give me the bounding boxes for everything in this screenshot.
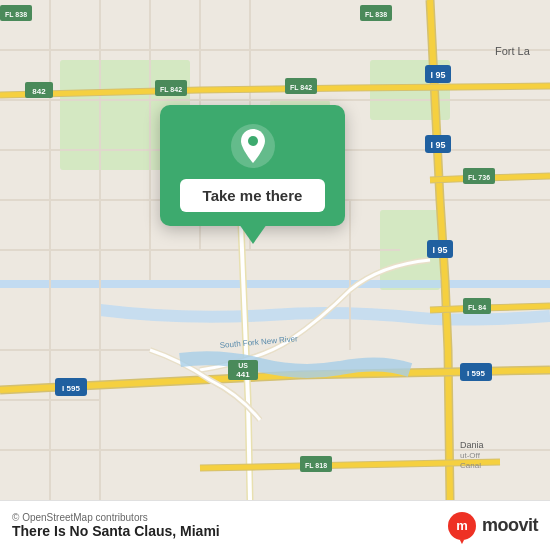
moovit-icon: m xyxy=(448,512,476,540)
svg-text:Canal: Canal xyxy=(460,461,481,470)
location-pin-icon xyxy=(230,123,276,169)
bottom-left: © OpenStreetMap contributors There Is No… xyxy=(12,512,220,539)
svg-text:I 595: I 595 xyxy=(467,369,485,378)
moovit-text: moovit xyxy=(482,515,538,536)
svg-text:FL 736: FL 736 xyxy=(468,174,490,181)
svg-text:I 95: I 95 xyxy=(430,70,445,80)
svg-text:I 595: I 595 xyxy=(62,384,80,393)
svg-point-56 xyxy=(248,136,258,146)
take-me-there-button[interactable]: Take me there xyxy=(180,179,325,212)
svg-text:I 95: I 95 xyxy=(430,140,445,150)
svg-text:FL 842: FL 842 xyxy=(160,86,182,93)
svg-text:FL 818: FL 818 xyxy=(305,462,327,469)
svg-text:FL 84: FL 84 xyxy=(468,304,486,311)
osm-copyright: © OpenStreetMap contributors xyxy=(12,512,220,523)
popup-card: Take me there xyxy=(160,105,345,226)
svg-text:FL 838: FL 838 xyxy=(365,11,387,18)
moovit-logo[interactable]: m moovit xyxy=(448,512,538,540)
svg-text:842: 842 xyxy=(32,87,46,96)
svg-text:Dania: Dania xyxy=(460,440,484,450)
svg-text:ut-Off: ut-Off xyxy=(460,451,481,460)
map-container[interactable]: I 95 I 95 I 95 I 595 I 595 842 FL 842 FL… xyxy=(0,0,550,500)
svg-text:441: 441 xyxy=(236,370,250,379)
location-name: There Is No Santa Claus, Miami xyxy=(12,523,220,539)
bottom-bar: © OpenStreetMap contributors There Is No… xyxy=(0,500,550,550)
svg-text:FL 838: FL 838 xyxy=(5,11,27,18)
svg-text:Fort La: Fort La xyxy=(495,45,531,57)
svg-text:I 95: I 95 xyxy=(432,245,447,255)
svg-text:FL 842: FL 842 xyxy=(290,84,312,91)
svg-text:US: US xyxy=(238,362,248,369)
svg-rect-6 xyxy=(0,280,550,288)
